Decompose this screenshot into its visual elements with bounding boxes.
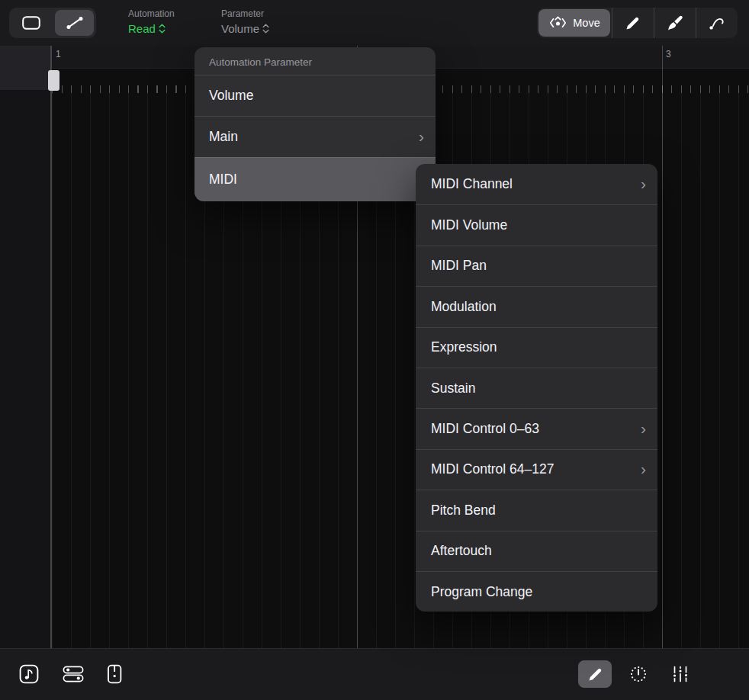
menu-item[interactable]: MIDI › xyxy=(194,157,436,201)
menu-item-label: Aftertouch xyxy=(431,543,641,559)
menu-item-label: MIDI Control 0–63 xyxy=(431,421,641,437)
regions-view-button[interactable] xyxy=(9,8,53,38)
move-tool-button[interactable]: Move xyxy=(538,9,610,37)
menu-item-label: MIDI Channel xyxy=(431,176,641,192)
automation-view-button[interactable] xyxy=(55,10,94,36)
menu-item-label: Main xyxy=(209,129,419,145)
bar-number-1: 1 xyxy=(56,49,61,59)
top-toolbar: Automation Read Parameter Volume xyxy=(0,0,749,46)
menu-item-label: Expression xyxy=(431,339,641,355)
menu-title: Automation Parameter xyxy=(194,47,436,75)
chevron-up-down-icon xyxy=(262,24,269,34)
menu-item[interactable]: Aftertouch › xyxy=(416,531,657,571)
keyboard-view-button[interactable] xyxy=(106,664,123,684)
chevron-right-icon: › xyxy=(419,128,424,146)
region-start-handle[interactable] xyxy=(48,70,59,91)
menu-item-label: Program Change xyxy=(431,584,641,600)
pencil-icon xyxy=(625,15,641,31)
parameter-menu-list: Volume › Main › MIDI › xyxy=(194,75,436,201)
chevron-right-icon: › xyxy=(641,420,646,438)
automation-mode-value: Read xyxy=(128,22,175,35)
automation-mode-control[interactable]: Automation Read xyxy=(128,8,175,35)
barline-3 xyxy=(662,46,663,648)
tracks-icon xyxy=(19,664,39,684)
menu-item[interactable]: MIDI Channel › xyxy=(416,164,657,204)
track-left-edge xyxy=(50,46,52,648)
menu-item[interactable]: Main › xyxy=(194,116,436,157)
tempo-icon xyxy=(628,664,648,684)
mixer-button[interactable] xyxy=(670,665,690,683)
menu-item[interactable]: Pitch Bend › xyxy=(416,490,657,530)
automation-editor-screen: Automation Read Parameter Volume xyxy=(0,0,749,700)
marquee-tool-icon xyxy=(22,16,40,30)
menu-item-label: Volume xyxy=(209,88,419,104)
chevron-right-icon: › xyxy=(641,461,646,479)
menu-item[interactable]: Program Change › xyxy=(416,571,657,612)
pencil-tool-button[interactable] xyxy=(612,8,654,38)
pencil-icon xyxy=(587,666,603,682)
menu-item[interactable]: MIDI Volume › xyxy=(416,204,657,245)
midi-submenu-list: MIDI Channel › MIDI Volume › MIDI Pan › … xyxy=(416,164,657,612)
automation-mode-label: Automation xyxy=(128,8,175,19)
chevron-right-icon: › xyxy=(641,175,646,194)
menu-item-label: Sustain xyxy=(431,381,641,397)
curve-tool-button[interactable] xyxy=(696,8,738,38)
track-header xyxy=(0,46,51,90)
parameter-control[interactable]: Parameter Volume xyxy=(221,8,269,35)
move-tool-label: Move xyxy=(573,17,600,29)
move-icon xyxy=(548,15,567,31)
midi-submenu: MIDI Channel › MIDI Volume › MIDI Pan › … xyxy=(416,164,657,612)
menu-item[interactable]: Volume › xyxy=(194,75,436,116)
draw-mode-button[interactable] xyxy=(578,660,612,688)
automation-curve-icon xyxy=(65,14,85,31)
parameter-label: Parameter xyxy=(221,8,269,19)
tempo-button[interactable] xyxy=(628,664,648,684)
menu-item-label: MIDI xyxy=(209,172,419,188)
menu-item-label: MIDI Control 64–127 xyxy=(431,461,641,477)
brush-icon xyxy=(667,14,683,31)
automation-parameter-menu: Automation Parameter Volume › Main › MID… xyxy=(194,47,436,201)
controls-icon xyxy=(63,665,84,683)
keyboard-icon xyxy=(107,664,123,684)
track-header-column xyxy=(0,90,51,648)
brush-tool-button[interactable] xyxy=(654,8,696,38)
mixer-icon xyxy=(671,665,690,683)
view-tool-group xyxy=(9,8,96,38)
edit-tool-group: Move xyxy=(537,8,738,38)
menu-item[interactable]: MIDI Pan › xyxy=(416,246,657,286)
controls-view-button[interactable] xyxy=(63,665,84,683)
parameter-value: Volume xyxy=(221,22,269,35)
menu-item[interactable]: MIDI Control 0–63 › xyxy=(416,408,657,448)
menu-item[interactable]: Modulation › xyxy=(416,286,657,326)
menu-item-label: MIDI Volume xyxy=(431,217,641,233)
menu-item-label: Modulation xyxy=(431,299,641,315)
menu-item[interactable]: Expression › xyxy=(416,327,657,368)
bottom-toolbar xyxy=(0,648,749,700)
menu-item-label: Pitch Bend xyxy=(431,503,641,519)
menu-item[interactable]: Sustain › xyxy=(416,368,657,408)
menu-item-label: MIDI Pan xyxy=(431,258,641,274)
tracks-view-button[interactable] xyxy=(18,664,40,684)
bar-number-3: 3 xyxy=(666,49,671,59)
curve-tool-icon xyxy=(709,15,725,31)
chevron-up-down-icon xyxy=(159,24,166,34)
menu-item[interactable]: MIDI Control 64–127 › xyxy=(416,449,657,490)
